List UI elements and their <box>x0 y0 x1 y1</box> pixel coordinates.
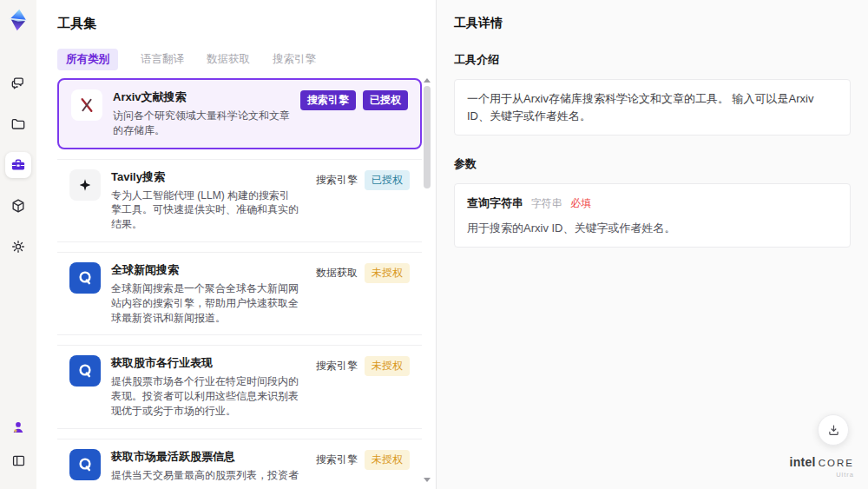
list-scrollbar[interactable] <box>423 78 431 482</box>
category-badge: 搜索引擎 <box>316 450 358 470</box>
chat-icon[interactable] <box>5 70 31 96</box>
param-type: 字符串 <box>531 197 562 209</box>
auth-status-badge: 未授权 <box>365 450 410 470</box>
detail-title: 工具详情 <box>454 16 851 31</box>
tool-description: 专为人工智能代理 (LLM) 构建的搜索引擎工具。可快速提供实时、准确和真实的结… <box>111 188 299 232</box>
tool-name: 全球新闻搜索 <box>111 262 299 278</box>
auth-status-badge: 未授权 <box>365 263 410 283</box>
tool-description: 提供股票市场各个行业在特定时间段内的表现。投资者可以利用这些信息来识别表现优于或… <box>111 374 299 418</box>
auth-status-badge: 已授权 <box>365 170 410 190</box>
param-name: 查询字符串 <box>467 196 523 209</box>
blue-app-logo-icon <box>69 262 101 294</box>
tool-list: Arxiv文献搜索访问各个研究领域大量科学论文和文章的存储库。搜索引擎已授权Ta… <box>57 78 422 483</box>
app-logo-icon <box>6 8 30 32</box>
toolbox-icon[interactable] <box>5 152 31 178</box>
app-sidebar <box>0 0 36 489</box>
tool-detail-panel: 工具详情 工具介绍 一个用于从Arxiv存储库搜索科学论文和文章的工具。 输入可… <box>436 0 868 489</box>
tool-card[interactable]: Tavily搜索专为人工智能代理 (LLM) 构建的搜索引擎工具。可快速提供实时… <box>57 159 422 242</box>
auth-status-badge: 已授权 <box>363 90 408 110</box>
download-button[interactable] <box>818 414 849 446</box>
blue-app-logo-icon <box>69 355 101 387</box>
param-desc: 用于搜索的Arxiv ID、关键字或作者姓名。 <box>467 220 838 237</box>
tool-description: 全球新闻搜索是一个聚合全球各大新闻网站内容的搜索引擎，帮助用户快速获取全球最新资… <box>111 281 299 325</box>
tool-description: 访问各个研究领域大量科学论文和文章的存储库。 <box>113 109 290 138</box>
package-icon[interactable] <box>5 193 31 219</box>
page-title: 工具集 <box>57 16 422 32</box>
tool-name: 获取市场最活跃股票信息 <box>111 449 299 465</box>
params-heading: 参数 <box>454 156 851 172</box>
category-tab[interactable]: 数据获取 <box>207 49 250 70</box>
intro-heading: 工具介绍 <box>454 52 851 68</box>
scrollbar-thumb[interactable] <box>424 86 431 188</box>
tool-card[interactable]: 全球新闻搜索全球新闻搜索是一个聚合全球各大新闻网站内容的搜索引擎，帮助用户快速获… <box>57 252 422 335</box>
intro-box: 一个用于从Arxiv存储库搜索科学论文和文章的工具。 输入可以是Arxiv ID… <box>454 79 851 135</box>
category-badge: 搜索引擎 <box>316 356 358 376</box>
tool-name: Tavily搜索 <box>111 169 299 185</box>
category-tabs: 所有类别语言翻译数据获取搜索引擎 <box>57 49 422 70</box>
tool-list-panel: 工具集 所有类别语言翻译数据获取搜索引擎 Arxiv文献搜索访问各个研究领域大量… <box>36 0 436 489</box>
four-point-star-icon <box>69 169 101 201</box>
param-box: 查询字符串 字符串 必填 用于搜索的Arxiv ID、关键字或作者姓名。 <box>454 183 851 248</box>
tool-name: 获取股市各行业表现 <box>111 355 299 371</box>
settings-icon[interactable] <box>5 234 31 260</box>
download-icon <box>826 423 841 438</box>
scroll-up-icon[interactable] <box>424 78 431 83</box>
category-badge: 搜索引擎 <box>316 170 358 190</box>
scroll-down-icon[interactable] <box>424 478 431 482</box>
category-tab[interactable]: 语言翻译 <box>141 49 184 70</box>
category-tab[interactable]: 搜索引擎 <box>273 49 316 70</box>
panel-toggle-icon[interactable] <box>5 447 31 473</box>
category-badge: 搜索引擎 <box>300 90 356 110</box>
category-tab[interactable]: 所有类别 <box>57 49 118 70</box>
tool-card[interactable]: 获取市场最活跃股票信息提供当天交易量最高的股票列表，投资者可以利用这些信息来识别… <box>57 439 422 483</box>
avatar-icon[interactable] <box>5 414 31 440</box>
tool-name: Arxiv文献搜索 <box>113 89 290 105</box>
folder-icon[interactable] <box>5 111 31 137</box>
param-required-badge: 必填 <box>570 197 591 209</box>
blue-app-logo-icon <box>69 449 101 480</box>
arxiv-x-icon <box>71 89 102 121</box>
intro-text: 一个用于从Arxiv存储库搜索科学论文和文章的工具。 输入可以是Arxiv ID… <box>467 92 813 122</box>
tool-card[interactable]: Arxiv文献搜索访问各个研究领域大量科学论文和文章的存储库。搜索引擎已授权 <box>57 78 422 149</box>
auth-status-badge: 未授权 <box>365 356 410 376</box>
tool-description: 提供当天交易量最高的股票列表，投资者可以利用这些信息来识别流动性强的股票和潜在的… <box>111 468 299 483</box>
category-badge: 数据获取 <box>316 263 358 283</box>
intel-core-logo: intelCORE Ultra <box>789 454 854 479</box>
tool-card[interactable]: 获取股市各行业表现提供股票市场各个行业在特定时间段内的表现。投资者可以利用这些信… <box>57 345 422 428</box>
